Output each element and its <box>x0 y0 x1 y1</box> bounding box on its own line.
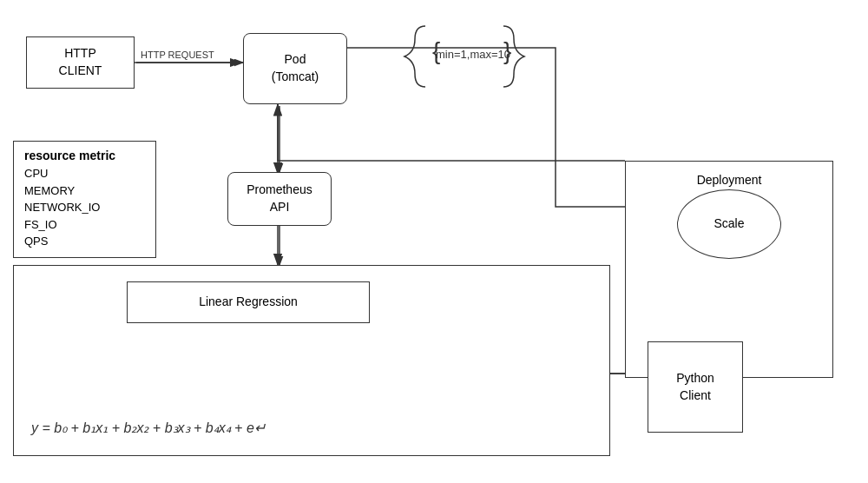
deployment-label: Deployment <box>697 172 762 189</box>
linear-regression-label: Linear Regression <box>199 294 298 311</box>
pod-tomcat-box: Pod (Tomcat) <box>243 33 347 104</box>
http-client-box: HTTP CLIENT <box>26 36 135 89</box>
large-regression-box: Linear Regression y = b₀ + b₁x₁ + b₂x₂ +… <box>13 265 610 456</box>
prometheus-label: Prometheus API <box>247 182 312 215</box>
prometheus-box: Prometheus API <box>227 172 332 226</box>
http-client-label: HTTP CLIENT <box>59 45 102 79</box>
resource-metric-title: resource metric <box>24 149 145 162</box>
pod-tomcat-label: Pod (Tomcat) <box>272 51 319 85</box>
scale-constraint-label: min=1,max=10 <box>436 48 510 61</box>
formula-text: y = b₀ + b₁x₁ + b₂x₂ + b₃x₃ + b₄x₄ + e↵ <box>31 419 266 438</box>
diagram-container: { } HTTP CLIENT HTTP REQUE <box>0 0 868 483</box>
scale-box: Scale <box>677 189 781 259</box>
linear-regression-box: Linear Regression <box>127 281 370 323</box>
resource-item-cpu: CPU <box>24 165 145 182</box>
resource-item-qps: QPS <box>24 233 145 250</box>
http-request-label: HTTP REQUEST <box>141 50 214 60</box>
python-client-label: Python Client <box>676 370 714 404</box>
scale-label: Scale <box>713 215 744 233</box>
python-client-box: Python Client <box>648 341 743 433</box>
resource-metric-box: resource metric CPU MEMORY NETWORK_IO FS… <box>13 141 156 258</box>
resource-item-fs: FS_IO <box>24 216 145 234</box>
resource-item-network: NETWORK_IO <box>24 199 145 216</box>
resource-item-memory: MEMORY <box>24 182 145 200</box>
